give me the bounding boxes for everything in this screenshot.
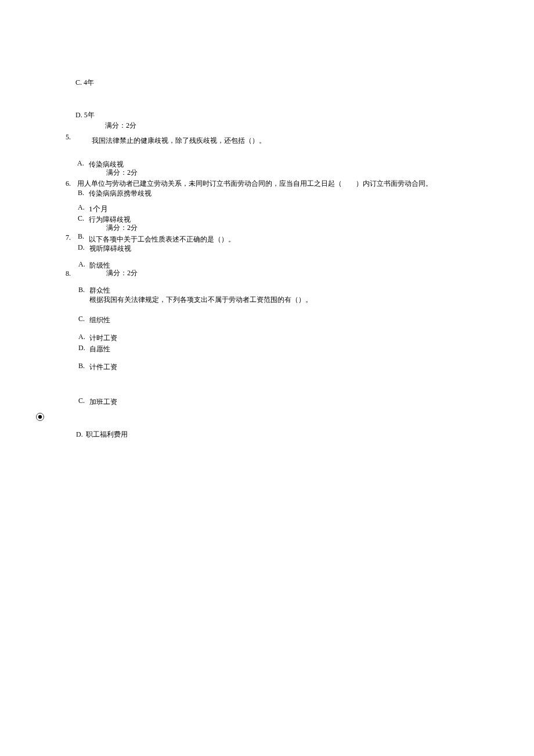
q6-option-b-letter: B. <box>78 233 84 240</box>
q8-option-c-text: 加班工资 <box>89 398 117 405</box>
q5-number: 5. <box>66 134 71 141</box>
q8-option-a-letter: A. <box>78 333 85 340</box>
radio-selected-icon[interactable] <box>36 413 44 421</box>
q8-option-c-letter: C. <box>78 397 85 404</box>
q5-option-c-text: 行为障碍歧视 <box>89 216 131 223</box>
q6-stem: 用人单位与劳动者已建立劳动关系，未同时订立书面劳动合同的，应当自用工之日起（ ）… <box>77 180 432 187</box>
q7-option-a-letter: A. <box>78 261 85 268</box>
q6-option-a-text: 1个月 <box>89 205 108 213</box>
q6-number: 6. <box>66 180 71 187</box>
q7-number: 7. <box>66 234 71 241</box>
q5-option-c-letter: C. <box>78 215 84 222</box>
q8-option-d-letter: D. <box>76 431 83 438</box>
q7-option-c-text: 组织性 <box>89 316 110 323</box>
q7-option-c-letter: C. <box>78 315 85 322</box>
q8-option-b-letter: B. <box>78 362 85 369</box>
q5-option-b-letter: B. <box>78 189 84 196</box>
q5-option-d-letter: D. <box>78 244 85 251</box>
q7-option-b-text: 群众性 <box>89 287 110 294</box>
q5-option-a-text: 传染病歧视 <box>89 161 124 168</box>
q8-option-b-text: 计件工资 <box>89 363 117 370</box>
score-label-q6: 满分：2分 <box>106 169 138 176</box>
q8-number: 8. <box>66 270 71 277</box>
score-label-q8: 满分：2分 <box>106 269 138 276</box>
q5-option-a-letter: A. <box>77 160 84 167</box>
q8-option-a-text: 计时工资 <box>89 334 117 341</box>
q7-option-d-letter: D. <box>78 344 85 351</box>
q7-option-b-letter: B. <box>78 286 85 293</box>
q7-option-a-text: 阶级性 <box>89 262 110 269</box>
q8-option-d-text: 职工福利费用 <box>86 431 128 438</box>
q7-option-d-text: 自愿性 <box>89 345 110 352</box>
q8-stem: 根据我国有关法律规定，下列各项支出不属于劳动者工资范围的有（）。 <box>89 296 312 303</box>
q5-option-b-text: 传染病病原携带歧视 <box>89 190 151 197</box>
q5-option-d-text: 视听障碍歧视 <box>89 245 131 252</box>
prev-option-c-letter: C. 4年 <box>75 79 94 86</box>
q7-stem: 以下各项中关于工会性质表述不正确的是（）。 <box>89 236 235 243</box>
score-label-q7: 满分：2分 <box>106 224 138 231</box>
q5-stem: 我国法律禁止的健康歧视，除了残疾歧视，还包括（）。 <box>92 137 266 144</box>
q6-option-a-letter: A. <box>78 204 85 211</box>
score-label-q5: 满分：2分 <box>105 122 136 129</box>
prev-option-d-letter: D. 5年 <box>75 111 95 118</box>
